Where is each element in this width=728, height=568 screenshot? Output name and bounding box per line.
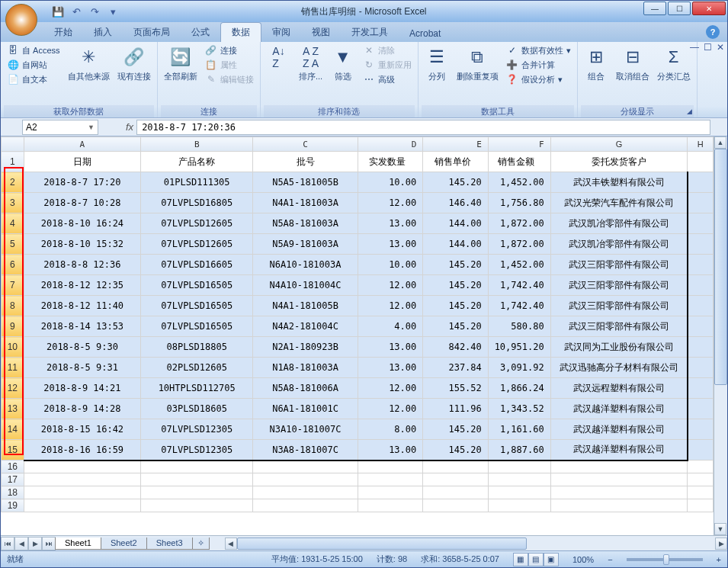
cell-E17[interactable] — [423, 473, 489, 486]
col-header-F[interactable]: F — [488, 137, 550, 152]
ungroup-button[interactable]: ⊟取消组合 — [613, 43, 653, 84]
cell-H2[interactable] — [688, 172, 714, 193]
row-header-17[interactable]: 17 — [2, 473, 24, 486]
cell-E15[interactable]: 145.20 — [423, 440, 489, 460]
new-sheet-button[interactable]: ✧ — [192, 538, 210, 550]
vertical-scrollbar[interactable]: ▲ ▼ — [714, 136, 727, 535]
cell-E14[interactable]: 145.20 — [423, 419, 489, 440]
cell-B15[interactable]: 07LVPLSD12305 — [141, 440, 253, 460]
cell-E12[interactable]: 155.52 — [423, 378, 489, 399]
cell-F14[interactable]: 1,161.60 — [488, 419, 550, 440]
cell-D14[interactable]: 8.00 — [358, 419, 423, 440]
row-header-9[interactable]: 9 — [2, 316, 24, 337]
tab-nav-first-icon[interactable]: ⏮ — [1, 537, 14, 550]
cell-D2[interactable]: 10.00 — [358, 172, 423, 193]
cell-H6[interactable] — [688, 255, 714, 275]
inner-restore[interactable]: ☐ — [704, 42, 712, 53]
tab-developer[interactable]: 开发工具 — [341, 23, 399, 42]
tab-home[interactable]: 开始 — [43, 23, 83, 42]
fx-icon[interactable]: fx — [126, 121, 133, 133]
cell-H13[interactable] — [688, 399, 714, 419]
cell-A8[interactable]: 2018-8-12 11:40 — [24, 296, 140, 316]
cell-E4[interactable]: 144.00 — [423, 213, 489, 234]
cell-G2[interactable]: 武汉丰铁塑料有限公司 — [550, 172, 688, 193]
cell-D6[interactable]: 10.00 — [358, 255, 423, 275]
cell-F2[interactable]: 1,452.00 — [488, 172, 550, 193]
cell-F3[interactable]: 1,756.80 — [488, 193, 550, 213]
cell-B19[interactable] — [141, 499, 253, 512]
data-validation-button[interactable]: ✓数据有效性 ▾ — [503, 43, 574, 57]
tab-review[interactable]: 审阅 — [261, 23, 301, 42]
zoom-slider[interactable] — [627, 558, 703, 561]
cell-B12[interactable]: 10HTPLSD112705 — [141, 378, 253, 399]
tab-nav-prev-icon[interactable]: ◀ — [14, 537, 28, 550]
tab-acrobat[interactable]: Acrobat — [399, 25, 451, 42]
row-header-3[interactable]: 3 — [2, 193, 24, 213]
from-web-button[interactable]: 🌐自网站 — [4, 58, 63, 72]
cell-B13[interactable]: 03PLSD18605 — [141, 399, 253, 419]
cell-H18[interactable] — [688, 486, 714, 499]
cell-C16[interactable] — [253, 460, 358, 473]
cell-A13[interactable]: 2018-8-9 14:28 — [24, 399, 140, 419]
scroll-down-icon[interactable]: ▼ — [714, 523, 726, 535]
row-header-12[interactable]: 12 — [2, 378, 24, 399]
cell-D1[interactable]: 实发数量 — [358, 152, 423, 172]
cell-E1[interactable]: 销售单价 — [423, 152, 489, 172]
maximize-button[interactable]: ☐ — [668, 2, 691, 15]
cell-C3[interactable]: N4A1-181003A — [253, 193, 358, 213]
row-header-15[interactable]: 15 — [2, 440, 24, 460]
cell-C2[interactable]: N5A5-181005B — [253, 172, 358, 193]
cell-F16[interactable] — [488, 460, 550, 473]
cell-A12[interactable]: 2018-8-9 14:21 — [24, 378, 140, 399]
cell-C15[interactable]: N3A8-181007C — [253, 440, 358, 460]
cell-H7[interactable] — [688, 275, 714, 296]
advanced-filter-button[interactable]: ⋯高级 — [360, 72, 415, 86]
cell-D4[interactable]: 13.00 — [358, 213, 423, 234]
cell-H19[interactable] — [688, 499, 714, 512]
scroll-left-icon[interactable]: ◀ — [225, 538, 237, 550]
close-button[interactable]: ✕ — [692, 2, 726, 15]
cell-F15[interactable]: 1,887.60 — [488, 440, 550, 460]
cell-E18[interactable] — [423, 486, 489, 499]
tab-insert[interactable]: 插入 — [83, 23, 123, 42]
cell-F4[interactable]: 1,872.00 — [488, 213, 550, 234]
vscroll-thumb[interactable] — [714, 149, 727, 385]
cell-F18[interactable] — [488, 486, 550, 499]
cell-E9[interactable]: 145.20 — [423, 316, 489, 337]
view-normal-icon[interactable]: ▦ — [513, 553, 528, 566]
cell-G10[interactable]: 武汉同为工业股份有限公司 — [550, 337, 688, 358]
cell-G12[interactable]: 武汉远程塑料有限公司 — [550, 378, 688, 399]
cell-D10[interactable]: 13.00 — [358, 337, 423, 358]
cell-A9[interactable]: 2018-8-14 13:53 — [24, 316, 140, 337]
cell-H11[interactable] — [688, 358, 714, 378]
row-header-19[interactable]: 19 — [2, 499, 24, 512]
cell-F5[interactable]: 1,872.00 — [488, 234, 550, 255]
cell-C6[interactable]: N6A10-181003A — [253, 255, 358, 275]
cell-A18[interactable] — [24, 486, 140, 499]
cell-G5[interactable]: 武汉凯冶零部件有限公司 — [550, 234, 688, 255]
col-header-A[interactable]: A — [24, 137, 140, 152]
cell-H17[interactable] — [688, 473, 714, 486]
cell-A15[interactable]: 2018-8-16 16:59 — [24, 440, 140, 460]
cell-G19[interactable] — [550, 499, 688, 512]
row-header-11[interactable]: 11 — [2, 358, 24, 378]
cell-E7[interactable]: 145.20 — [423, 275, 489, 296]
cell-E6[interactable]: 145.20 — [423, 255, 489, 275]
cell-F8[interactable]: 1,742.40 — [488, 296, 550, 316]
sort-button[interactable]: A ZZ A排序... — [296, 43, 326, 84]
cell-B11[interactable]: 02PLSD12605 — [141, 358, 253, 378]
cell-D17[interactable] — [358, 473, 423, 486]
help-button[interactable]: ? — [706, 25, 720, 39]
sort-az-button[interactable]: A↓Z — [264, 43, 294, 72]
col-header-C[interactable]: C — [253, 137, 358, 152]
row-header-8[interactable]: 8 — [2, 296, 24, 316]
cell-B9[interactable]: 07LVPLSD16505 — [141, 316, 253, 337]
cell-H14[interactable] — [688, 419, 714, 440]
cell-H1[interactable] — [688, 152, 714, 172]
row-header-18[interactable]: 18 — [2, 486, 24, 499]
row-header-10[interactable]: 10 — [2, 337, 24, 358]
col-header-D[interactable]: D — [358, 137, 423, 152]
cell-A17[interactable] — [24, 473, 140, 486]
cell-G6[interactable]: 武汉三阳零部件有限公司 — [550, 255, 688, 275]
cell-B8[interactable]: 07LVPLSD16505 — [141, 296, 253, 316]
